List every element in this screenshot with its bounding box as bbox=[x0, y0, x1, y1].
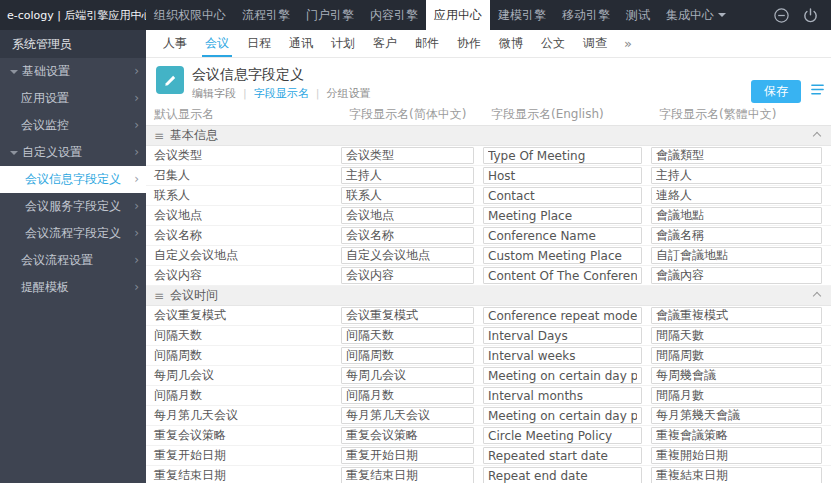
display-name-zh-tw-input[interactable] bbox=[651, 447, 822, 464]
display-name-en-input[interactable] bbox=[483, 307, 642, 324]
subnav-item[interactable]: 公文 bbox=[532, 30, 574, 57]
section-title: 会议时间 bbox=[170, 287, 218, 304]
topnav-item[interactable]: 应用中心 bbox=[426, 0, 490, 30]
display-name-zh-tw-input[interactable] bbox=[651, 427, 822, 444]
display-name-zh-tw-input[interactable] bbox=[651, 147, 822, 164]
subnav-item[interactable]: 协作 bbox=[448, 30, 490, 57]
display-name-en-input[interactable] bbox=[483, 227, 642, 244]
en-cell bbox=[483, 207, 651, 224]
display-name-zh-tw-input[interactable] bbox=[651, 387, 822, 404]
display-name-en-input[interactable] bbox=[483, 467, 642, 483]
display-name-zh-tw-input[interactable] bbox=[651, 227, 822, 244]
edit-page-icon bbox=[156, 66, 184, 94]
display-name-en-input[interactable] bbox=[483, 427, 642, 444]
display-name-en-input[interactable] bbox=[483, 407, 642, 424]
save-button[interactable]: 保存 bbox=[751, 80, 801, 103]
page-header: 会议信息字段定义 编辑字段|字段显示名|分组设置 保存 bbox=[146, 58, 831, 104]
display-name-en-input[interactable] bbox=[483, 207, 642, 224]
view-tab[interactable]: 字段显示名 bbox=[254, 86, 309, 101]
topnav-item[interactable]: 内容引擎 bbox=[362, 0, 426, 30]
display-name-zh-cn-input[interactable] bbox=[341, 467, 474, 483]
display-name-en-input[interactable] bbox=[483, 367, 642, 384]
display-name-zh-cn-input[interactable] bbox=[341, 347, 474, 364]
display-name-zh-tw-input[interactable] bbox=[651, 307, 822, 324]
topnav-item[interactable]: 门户引擎 bbox=[298, 0, 362, 30]
topnav-item[interactable]: 建模引擎 bbox=[490, 0, 554, 30]
view-tab[interactable]: 编辑字段 bbox=[192, 86, 236, 101]
zh-tw-cell bbox=[651, 327, 831, 344]
field-row: 每周几会议 bbox=[146, 366, 831, 386]
subnav-item[interactable]: 邮件 bbox=[406, 30, 448, 57]
sidebar-item[interactable]: 会议监控 › bbox=[0, 112, 146, 139]
subnav-item[interactable]: 日程 bbox=[238, 30, 280, 57]
display-name-zh-tw-input[interactable] bbox=[651, 207, 822, 224]
field-list-icon[interactable] bbox=[810, 82, 825, 97]
display-name-zh-cn-input[interactable] bbox=[341, 307, 474, 324]
view-tabs: 编辑字段|字段显示名|分组设置 bbox=[192, 86, 370, 101]
sidebar-item[interactable]: 基础设置 › bbox=[0, 58, 146, 85]
display-name-zh-tw-input[interactable] bbox=[651, 327, 822, 344]
display-name-zh-cn-input[interactable] bbox=[341, 187, 474, 204]
display-name-zh-tw-input[interactable] bbox=[651, 187, 822, 204]
subnav-item[interactable]: 客户 bbox=[364, 30, 406, 57]
display-name-zh-cn-input[interactable] bbox=[341, 407, 474, 424]
topnav-item[interactable]: 流程引擎 bbox=[234, 0, 298, 30]
display-name-zh-tw-input[interactable] bbox=[651, 167, 822, 184]
display-name-zh-cn-input[interactable] bbox=[341, 367, 474, 384]
more-modules-icon[interactable]: » bbox=[616, 30, 640, 57]
sidebar-item[interactable]: 提醒模板 › bbox=[0, 274, 146, 301]
display-name-zh-cn-input[interactable] bbox=[341, 387, 474, 404]
topnav-item[interactable]: 移动引擎 bbox=[554, 0, 618, 30]
display-name-zh-cn-input[interactable] bbox=[341, 167, 474, 184]
display-name-en-input[interactable] bbox=[483, 147, 642, 164]
sidebar-item[interactable]: 会议流程字段定义 › bbox=[0, 220, 146, 247]
sidebar-item[interactable]: 会议信息字段定义 › bbox=[0, 166, 146, 193]
subnav-item[interactable]: 通讯 bbox=[280, 30, 322, 57]
display-name-en-input[interactable] bbox=[483, 327, 642, 344]
display-name-zh-tw-input[interactable] bbox=[651, 247, 822, 264]
display-name-zh-tw-input[interactable] bbox=[651, 267, 822, 284]
subnav-item[interactable]: 人事 bbox=[154, 30, 196, 57]
display-name-zh-tw-input[interactable] bbox=[651, 347, 822, 364]
display-name-zh-cn-input[interactable] bbox=[341, 147, 474, 164]
display-name-en-input[interactable] bbox=[483, 447, 642, 464]
en-cell bbox=[483, 387, 651, 404]
section-header-row[interactable]: ≡ 会议时间 bbox=[146, 286, 831, 306]
collapse-up-icon[interactable] bbox=[813, 131, 821, 139]
subnav-item[interactable]: 微博 bbox=[490, 30, 532, 57]
display-name-en-input[interactable] bbox=[483, 387, 642, 404]
sidebar-item[interactable]: 会议流程设置 › bbox=[0, 247, 146, 274]
display-name-en-input[interactable] bbox=[483, 347, 642, 364]
sidebar-item[interactable]: 自定义设置 › bbox=[0, 139, 146, 166]
subnav-item[interactable]: 会议 bbox=[196, 30, 238, 57]
display-name-zh-cn-input[interactable] bbox=[341, 207, 474, 224]
topnav-item[interactable]: 测试 bbox=[618, 0, 658, 30]
view-tab[interactable]: 分组设置 bbox=[326, 86, 370, 101]
display-name-zh-cn-input[interactable] bbox=[341, 247, 474, 264]
sidebar-item[interactable]: 会议服务字段定义 › bbox=[0, 193, 146, 220]
subnav-item-label: 日程 bbox=[247, 35, 271, 52]
display-name-en-input[interactable] bbox=[483, 167, 642, 184]
display-name-zh-cn-input[interactable] bbox=[341, 447, 474, 464]
display-name-zh-cn-input[interactable] bbox=[341, 227, 474, 244]
subnav-item[interactable]: 计划 bbox=[322, 30, 364, 57]
zh-tw-cell bbox=[651, 227, 831, 244]
sidebar-item[interactable]: 应用设置 › bbox=[0, 85, 146, 112]
default-display-name: 间隔月数 bbox=[146, 387, 341, 404]
display-name-zh-tw-input[interactable] bbox=[651, 467, 822, 483]
topnav-item[interactable]: 组织权限中心 bbox=[146, 0, 234, 30]
power-icon[interactable] bbox=[802, 7, 819, 24]
subnav-item[interactable]: 调查 bbox=[574, 30, 616, 57]
display-name-zh-cn-input[interactable] bbox=[341, 327, 474, 344]
display-name-zh-tw-input[interactable] bbox=[651, 407, 822, 424]
display-name-zh-tw-input[interactable] bbox=[651, 367, 822, 384]
topnav-item[interactable]: 集成中心 bbox=[658, 0, 734, 30]
display-name-en-input[interactable] bbox=[483, 187, 642, 204]
display-name-zh-cn-input[interactable] bbox=[341, 267, 474, 284]
display-name-en-input[interactable] bbox=[483, 267, 642, 284]
section-header-row[interactable]: ≡ 基本信息 bbox=[146, 126, 831, 146]
display-name-zh-cn-input[interactable] bbox=[341, 427, 474, 444]
display-name-en-input[interactable] bbox=[483, 247, 642, 264]
minus-circle-icon[interactable] bbox=[773, 7, 790, 24]
collapse-up-icon[interactable] bbox=[813, 291, 821, 299]
